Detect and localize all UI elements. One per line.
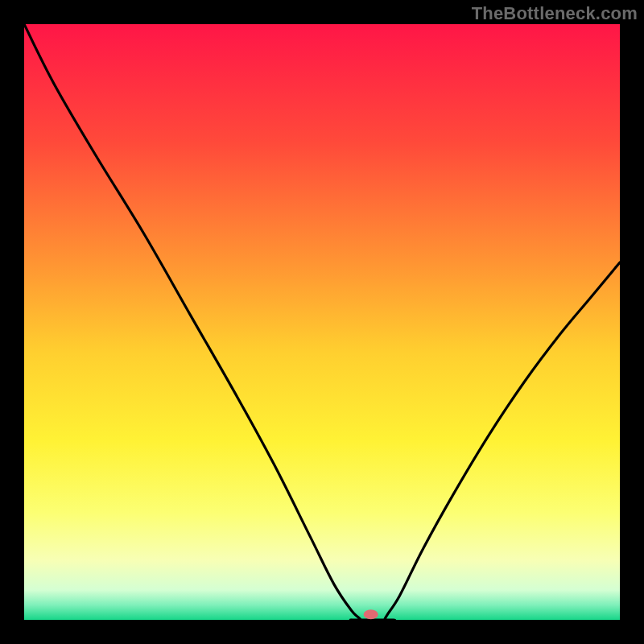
chart-frame: TheBottleneck.com — [0, 0, 644, 644]
watermark-label: TheBottleneck.com — [472, 3, 638, 24]
plot-area — [24, 24, 620, 620]
optimum-marker — [364, 609, 378, 619]
bottleneck-chart — [24, 24, 620, 620]
gradient-background — [24, 24, 620, 620]
